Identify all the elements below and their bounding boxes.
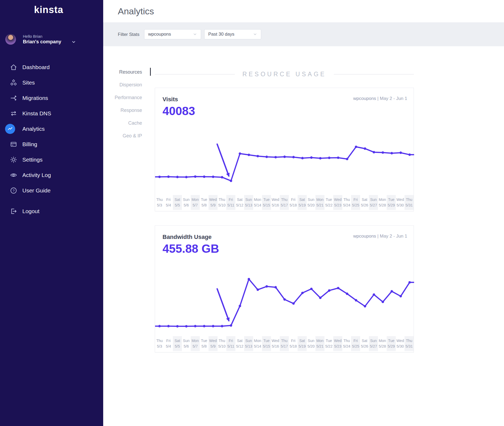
x-axis-label: Mon5/14 [253, 336, 262, 351]
bandwidth-x-axis-labels: Thu5/3Fri5/4Sat5/5Sun5/6Mon5/7Tue5/8Wed5… [155, 336, 414, 351]
subnav-item-geo-ip[interactable]: Geo & IP [103, 132, 142, 145]
visits-card-meta: wpcoupons | May 2 - Jun 1 [353, 96, 407, 101]
x-axis-label: Fri5/11 [226, 195, 235, 210]
x-axis-label: Thu5/10 [218, 336, 227, 351]
visits-card-title: Visits [163, 96, 178, 103]
sidebar-item-activity-log[interactable]: Activity Log [0, 167, 103, 183]
x-axis-label: Wed5/23 [333, 336, 342, 351]
x-axis-label: Wed5/9 [209, 336, 218, 351]
user-guide-icon: ? [10, 187, 17, 194]
bandwidth-line-chart[interactable] [155, 272, 414, 336]
x-axis-label: Tue5/15 [262, 336, 271, 351]
sidebar-item-user-guide[interactable]: ?User Guide [0, 183, 103, 198]
subnav-item-cache[interactable]: Cache [103, 119, 142, 132]
logout-icon [10, 208, 17, 215]
x-axis-label: Mon5/7 [191, 336, 200, 351]
analytics-icon [5, 124, 15, 134]
sidebar-item-label: Sites [22, 79, 35, 86]
sidebar-item-label: Settings [22, 157, 43, 163]
x-axis-label: Thu5/24 [342, 195, 351, 210]
avatar [5, 34, 16, 45]
svg-text:?: ? [13, 189, 14, 193]
x-axis-label: Sun5/20 [307, 195, 316, 210]
x-axis-label: Mon5/7 [191, 195, 200, 210]
sidebar-item-dashboard[interactable]: Dashboard [0, 60, 103, 75]
page-title: Analytics [118, 6, 154, 16]
sidebar-item-settings[interactable]: Settings [0, 152, 103, 167]
sidebar-item-label: Billing [22, 141, 37, 147]
site-select-value: wpcoupons [148, 32, 171, 37]
x-axis-label: Tue5/22 [324, 195, 334, 210]
x-axis-label: Thu5/24 [342, 336, 351, 351]
x-axis-label: Sun5/20 [307, 336, 316, 351]
sidebar-item-migrations[interactable]: Migrations [0, 90, 103, 106]
x-axis-label: Wed5/30 [396, 336, 405, 351]
activity-log-icon [10, 172, 17, 179]
page-header: Analytics [103, 0, 504, 22]
section-heading: RESOURCE USAGE [155, 71, 414, 78]
bandwidth-card-title: Bandwidth Usage [163, 234, 212, 241]
user-greeting: Hello Brian [23, 34, 76, 39]
meta-separator: | [377, 96, 378, 101]
x-axis-label: Thu5/17 [280, 336, 289, 351]
meta-site: wpcoupons [353, 234, 376, 239]
x-axis-label: Fri5/25 [351, 336, 360, 351]
sidebar-item-analytics[interactable]: Analytics [0, 121, 103, 137]
sites-icon [10, 79, 17, 86]
x-axis-label: Wed5/9 [209, 195, 218, 210]
x-axis-label: Sun5/13 [244, 336, 253, 351]
x-axis-label: Sat5/12 [235, 195, 244, 210]
x-axis-label: Mon5/21 [315, 336, 324, 351]
annotation-arrow [217, 144, 229, 176]
dns-icon [10, 110, 17, 117]
sidebar-item-logout[interactable]: Logout [0, 204, 103, 219]
home-icon [10, 64, 17, 71]
sidebar-item-label: Kinsta DNS [22, 110, 51, 117]
meta-site: wpcoupons [353, 96, 376, 101]
x-axis-label: Tue5/29 [387, 195, 396, 210]
sidebar-item-kinsta-dns[interactable]: Kinsta DNS [0, 106, 103, 121]
sidebar-item-label: Analytics [22, 126, 45, 132]
user-block[interactable]: Hello Brian Brian's company [5, 34, 76, 45]
chevron-down-icon[interactable] [71, 40, 76, 44]
main-content: Analytics Filter Stats wpcoupons Past 30… [103, 0, 504, 426]
subnav-item-performance[interactable]: Performance [103, 94, 142, 106]
sidebar-item-sites[interactable]: Sites [0, 75, 103, 90]
x-axis-label: Tue5/15 [262, 195, 271, 210]
sidebar-nav: DashboardSitesMigrationsKinsta DNSAnalyt… [0, 60, 103, 219]
x-axis-label: Fri5/18 [289, 195, 298, 210]
x-axis-label: Sun5/6 [182, 336, 191, 351]
x-axis-label: Wed5/23 [333, 195, 342, 210]
x-axis-label: Thu5/10 [218, 195, 227, 210]
x-axis-label: Tue5/8 [200, 336, 209, 351]
x-axis-label: Fri5/4 [164, 336, 173, 351]
x-axis-label: Thu5/3 [155, 195, 164, 210]
x-axis-label: Sun5/27 [369, 336, 378, 351]
section-divider-left [155, 74, 235, 74]
subnav-item-resources[interactable]: Resources [103, 68, 142, 81]
visits-x-axis-labels: Thu5/3Fri5/4Sat5/5Sun5/6Mon5/7Tue5/8Wed5… [155, 195, 414, 210]
x-axis-label: Sat5/12 [235, 336, 244, 351]
chevron-down-icon [193, 32, 197, 36]
site-select[interactable]: wpcoupons [144, 29, 201, 39]
date-range-select[interactable]: Past 30 days [204, 29, 261, 39]
visits-value: 40083 [163, 104, 195, 118]
x-axis-label: Wed5/16 [271, 336, 280, 351]
x-axis-label: Fri5/11 [226, 336, 235, 351]
sidebar-item-billing[interactable]: Billing [0, 137, 103, 152]
visits-line-chart[interactable] [155, 131, 414, 195]
settings-icon [10, 156, 17, 163]
subnav-item-dispersion[interactable]: Dispersion [103, 81, 142, 94]
chevron-down-icon [253, 32, 257, 36]
section-title: RESOURCE USAGE [242, 71, 326, 78]
billing-icon [10, 141, 17, 148]
x-axis-label: Sat5/5 [173, 195, 182, 210]
company-name: Brian's company [23, 39, 61, 45]
x-axis-label: Fri5/18 [289, 336, 298, 351]
sidebar-item-label: Dashboard [22, 64, 50, 70]
subnav-item-response[interactable]: Response [103, 106, 142, 119]
sidebar-item-label: User Guide [22, 187, 51, 194]
filter-bar: Filter Stats wpcoupons Past 30 days [103, 22, 504, 46]
x-axis-label: Thu5/31 [405, 336, 414, 351]
x-axis-label: Mon5/21 [315, 195, 324, 210]
